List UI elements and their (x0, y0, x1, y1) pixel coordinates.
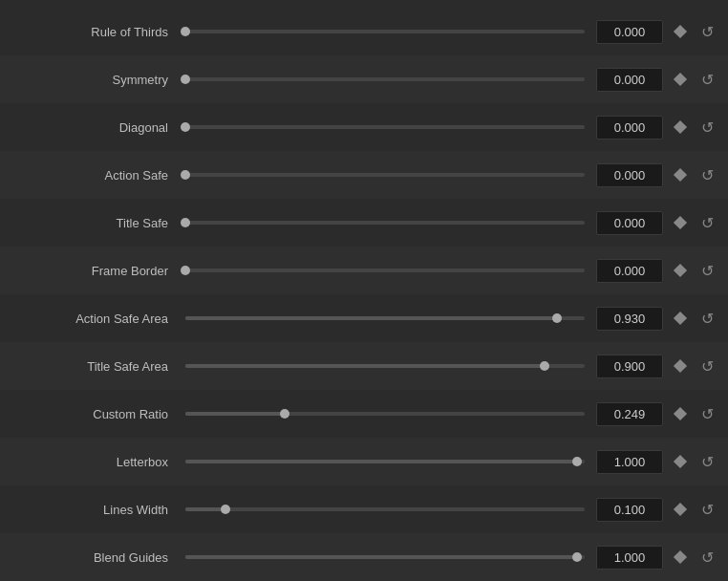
slider-fill (185, 364, 545, 368)
value-input[interactable] (596, 211, 663, 235)
diamond-icon (674, 216, 687, 229)
slider-track[interactable] (185, 173, 585, 177)
slider-track[interactable] (185, 125, 585, 129)
slider-track[interactable] (185, 30, 585, 33)
slider-thumb[interactable] (280, 409, 289, 419)
slider-track[interactable] (185, 221, 585, 225)
control-row: Title Safe Area↺ (0, 342, 728, 390)
reset-button[interactable]: ↺ (696, 402, 718, 425)
diamond-button[interactable] (669, 498, 692, 521)
slider-track[interactable] (185, 269, 585, 272)
slider-thumb[interactable] (181, 218, 190, 227)
reset-button[interactable]: ↺ (696, 450, 718, 473)
control-label: Frame Border (10, 264, 182, 278)
reset-button[interactable]: ↺ (696, 259, 718, 282)
value-input[interactable] (596, 259, 663, 283)
control-label: Action Safe Area (10, 312, 182, 326)
diamond-icon (674, 264, 687, 277)
slider-fill (185, 316, 557, 320)
diamond-icon (674, 407, 687, 420)
control-label: Title Safe (10, 216, 182, 230)
controls-panel: Rule of Thirds↺Symmetry↺Diagonal↺Action … (0, 0, 728, 581)
control-label: Action Safe (10, 168, 182, 183)
reset-button[interactable]: ↺ (696, 498, 718, 521)
value-input[interactable] (596, 546, 663, 570)
value-input[interactable] (596, 402, 663, 426)
slider-fill (185, 507, 225, 511)
slider-thumb[interactable] (181, 27, 190, 36)
reset-button[interactable]: ↺ (696, 68, 718, 91)
slider-thumb[interactable] (572, 552, 582, 562)
diamond-icon (674, 312, 687, 325)
reset-button[interactable]: ↺ (696, 211, 718, 234)
diamond-button[interactable] (669, 20, 692, 43)
slider-thumb[interactable] (181, 170, 190, 180)
reset-button[interactable]: ↺ (696, 20, 718, 43)
value-input[interactable] (596, 355, 663, 378)
diamond-button[interactable] (669, 546, 692, 569)
slider-track[interactable] (185, 460, 585, 463)
slider-thumb[interactable] (221, 505, 230, 514)
slider-track[interactable] (185, 77, 585, 81)
value-input[interactable] (596, 307, 663, 331)
slider-fill (185, 412, 285, 416)
control-row: Frame Border↺ (0, 247, 728, 294)
reset-button[interactable]: ↺ (696, 116, 718, 139)
diamond-button[interactable] (669, 307, 692, 330)
diamond-button[interactable] (669, 116, 692, 139)
slider-fill (185, 555, 577, 559)
diamond-button[interactable] (669, 259, 692, 282)
slider-thumb[interactable] (181, 75, 190, 84)
slider-thumb[interactable] (181, 266, 190, 275)
control-label: Blend Guides (10, 550, 182, 565)
slider-thumb[interactable] (181, 122, 190, 132)
slider-track[interactable] (185, 555, 585, 559)
control-label: Lines Width (10, 503, 182, 517)
slider-fill (185, 460, 577, 463)
diamond-icon (674, 168, 687, 182)
diamond-icon (674, 25, 687, 38)
control-row: Action Safe Area↺ (0, 294, 728, 342)
reset-button[interactable]: ↺ (696, 163, 718, 186)
slider-track[interactable] (185, 316, 585, 320)
reset-button[interactable]: ↺ (696, 307, 718, 330)
slider-thumb[interactable] (552, 313, 562, 323)
control-label: Rule of Thirds (10, 25, 182, 39)
control-row: Title Safe↺ (0, 199, 728, 247)
value-input[interactable] (596, 68, 663, 92)
control-label: Custom Ratio (10, 407, 182, 421)
value-input[interactable] (596, 498, 663, 522)
reset-button[interactable]: ↺ (696, 355, 718, 377)
control-row: Blend Guides↺ (0, 533, 728, 581)
value-input[interactable] (596, 20, 663, 44)
control-label: Diagonal (10, 120, 182, 135)
diamond-icon (674, 455, 687, 468)
control-label: Letterbox (10, 455, 182, 469)
diamond-button[interactable] (669, 450, 692, 473)
diamond-button[interactable] (669, 402, 692, 425)
diamond-button[interactable] (669, 355, 692, 377)
diamond-icon (674, 120, 687, 134)
diamond-icon (674, 359, 687, 373)
value-input[interactable] (596, 116, 663, 140)
diamond-icon (674, 503, 687, 516)
diamond-icon (674, 550, 687, 564)
control-label: Title Safe Area (10, 359, 182, 374)
slider-track[interactable] (185, 507, 585, 511)
value-input[interactable] (596, 450, 663, 474)
diamond-button[interactable] (669, 211, 692, 234)
diamond-button[interactable] (669, 68, 692, 91)
control-label: Symmetry (10, 73, 182, 87)
control-row: Action Safe↺ (0, 151, 728, 199)
diamond-button[interactable] (669, 163, 692, 186)
value-input[interactable] (596, 163, 663, 187)
control-row: Custom Ratio↺ (0, 390, 728, 438)
control-row: Symmetry↺ (0, 55, 728, 103)
control-row: Letterbox↺ (0, 438, 728, 485)
slider-thumb[interactable] (572, 457, 582, 466)
slider-track[interactable] (185, 364, 585, 368)
slider-thumb[interactable] (540, 361, 549, 371)
reset-button[interactable]: ↺ (696, 546, 718, 569)
slider-track[interactable] (185, 412, 585, 416)
control-row: Rule of Thirds↺ (0, 8, 728, 55)
